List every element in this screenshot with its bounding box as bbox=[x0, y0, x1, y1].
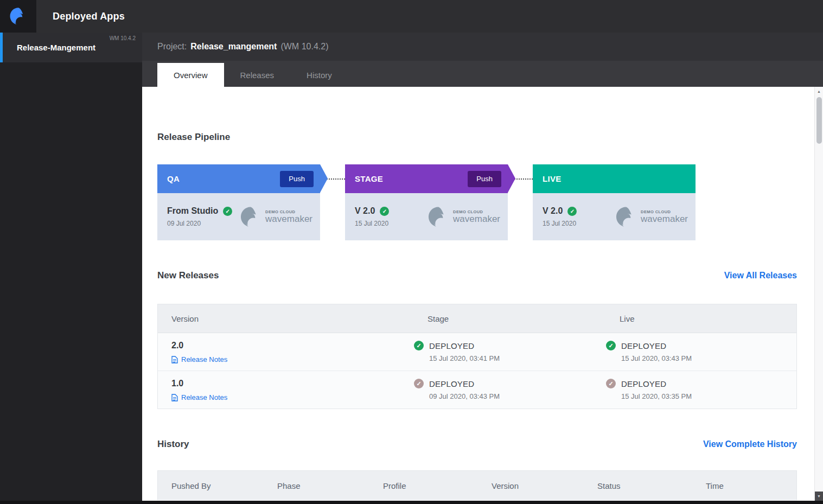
wave-icon bbox=[427, 206, 450, 228]
sidebar-item-release-management[interactable]: WM 10.4.2 Release-Mangement bbox=[0, 33, 142, 62]
app-title: Deployed Apps bbox=[53, 11, 125, 22]
wave-icon bbox=[239, 206, 262, 228]
sidebar-item-version: WM 10.4.2 bbox=[110, 35, 136, 41]
pipeline-stage-live: LIVE V 2.0 ✓ 15 Jul 2020 bbox=[533, 164, 696, 240]
qa-deploy-date: 09 Jul 2020 bbox=[167, 220, 232, 227]
stage-deploy-date: 15 Jul 2020 bbox=[355, 220, 389, 227]
release-notes-label: Release Notes bbox=[181, 355, 227, 363]
deployed-apps-window: Deployed Apps WM 10.4.2 Release-Mangemen… bbox=[0, 0, 823, 504]
scroll-up-button[interactable]: ▲ bbox=[815, 87, 823, 96]
deployed-check-icon: ✓ bbox=[414, 379, 424, 388]
bottom-edge-strip bbox=[0, 501, 823, 504]
live-time: 15 Jul 2020, 03:43 PM bbox=[606, 354, 796, 362]
vertical-scrollbar[interactable]: ▲ ▼ bbox=[814, 87, 823, 501]
stage-stage-body: V 2.0 ✓ 15 Jul 2020 bbox=[345, 193, 508, 240]
tab-bar: Overview Releases History bbox=[142, 61, 823, 87]
top-bar: Deployed Apps bbox=[0, 0, 823, 33]
stage-stage-header: STAGE Push bbox=[345, 164, 508, 193]
pipeline-stage-stage: STAGE Push V 2.0 ✓ 15 Jul 2020 bbox=[345, 164, 508, 240]
deployed-check-icon: ✓ bbox=[606, 379, 616, 388]
project-header: Project: Release_mangement (WM 10.4.2) bbox=[142, 33, 823, 61]
tab-history[interactable]: History bbox=[290, 63, 348, 87]
project-name: Release_mangement bbox=[190, 42, 277, 52]
column-header-status: Status bbox=[584, 481, 692, 490]
column-header-time: Time bbox=[692, 481, 796, 490]
column-header-phase: Phase bbox=[264, 481, 369, 490]
release-notes-icon bbox=[171, 356, 178, 363]
release-notes-link[interactable]: Release Notes bbox=[171, 393, 414, 401]
scrollbar-thumb[interactable] bbox=[816, 97, 822, 144]
wavemaker-cloud-logo: DEMO CLOUD wavemaker bbox=[427, 206, 500, 228]
table-row: 1.0 Release Notes ✓ bbox=[158, 371, 796, 409]
column-header-live: Live bbox=[606, 314, 796, 323]
stage-push-button[interactable]: Push bbox=[468, 171, 501, 187]
stage-time: 09 Jul 2020, 03:43 PM bbox=[414, 392, 606, 400]
table-row: 2.0 Release Notes ✓ bbox=[158, 333, 796, 371]
new-releases-heading: New Releases bbox=[157, 269, 219, 282]
tab-releases[interactable]: Releases bbox=[224, 63, 291, 87]
deployed-check-icon: ✓ bbox=[606, 341, 616, 350]
live-time: 15 Jul 2020, 03:35 PM bbox=[606, 392, 796, 400]
scroll-down-button[interactable]: ▼ bbox=[815, 492, 823, 501]
tab-overview[interactable]: Overview bbox=[157, 63, 224, 87]
qa-stage-header: QA Push bbox=[157, 164, 320, 193]
stage-stage-label: STAGE bbox=[355, 174, 468, 183]
history-table-header: Pushed By Phase Profile Version Status T… bbox=[158, 471, 796, 500]
wavemaker-logo[interactable] bbox=[0, 0, 36, 33]
live-status: DEPLOYED bbox=[621, 341, 666, 350]
qa-version: From Studio bbox=[167, 206, 218, 216]
view-complete-history-link[interactable]: View Complete History bbox=[703, 439, 797, 449]
live-stage-body: V 2.0 ✓ 15 Jul 2020 bbox=[533, 193, 696, 240]
stage-version: V 2.0 bbox=[355, 206, 375, 216]
project-version: (WM 10.4.2) bbox=[280, 42, 328, 52]
view-all-releases-link[interactable]: View All Releases bbox=[724, 271, 797, 280]
new-releases-table-header: Version Stage Live bbox=[158, 304, 796, 333]
logo-wavemaker-text: wavemaker bbox=[641, 214, 688, 224]
deployed-check-icon: ✓ bbox=[414, 341, 424, 350]
deployed-check-icon: ✓ bbox=[223, 207, 232, 216]
wave-icon bbox=[615, 206, 637, 228]
main-content: Project: Release_mangement (WM 10.4.2) O… bbox=[142, 33, 823, 501]
live-stage-header: LIVE bbox=[533, 164, 696, 193]
stage-status: DEPLOYED bbox=[429, 341, 474, 350]
qa-stage-body: From Studio ✓ 09 Jul 2020 bbox=[157, 193, 320, 240]
logo-wavemaker-text: wavemaker bbox=[265, 214, 312, 224]
deployed-check-icon: ✓ bbox=[380, 207, 389, 216]
column-header-profile: Profile bbox=[369, 481, 478, 490]
release-version: 1.0 bbox=[171, 379, 414, 388]
stage-time: 15 Jul 2020, 03:41 PM bbox=[414, 354, 606, 362]
wavemaker-cloud-logo: DEMO CLOUD wavemaker bbox=[239, 206, 312, 228]
live-status: DEPLOYED bbox=[621, 379, 666, 388]
history-heading: History bbox=[157, 438, 189, 451]
release-notes-label: Release Notes bbox=[181, 393, 227, 401]
stage-status: DEPLOYED bbox=[429, 379, 474, 388]
sidebar: WM 10.4.2 Release-Mangement bbox=[0, 33, 142, 501]
logo-wavemaker-text: wavemaker bbox=[453, 214, 500, 224]
live-deploy-date: 15 Jul 2020 bbox=[543, 220, 577, 227]
live-version: V 2.0 bbox=[543, 206, 563, 216]
live-stage-label: LIVE bbox=[543, 174, 689, 183]
release-pipeline-heading: Release Pipeline bbox=[157, 131, 797, 144]
deployed-check-icon: ✓ bbox=[567, 207, 577, 216]
release-version: 2.0 bbox=[171, 341, 414, 350]
wavemaker-cloud-logo: DEMO CLOUD wavemaker bbox=[615, 206, 688, 228]
qa-push-button[interactable]: Push bbox=[280, 171, 314, 187]
release-notes-link[interactable]: Release Notes bbox=[171, 355, 414, 363]
column-header-version: Version bbox=[478, 481, 584, 490]
column-header-pushed-by: Pushed By bbox=[158, 481, 264, 490]
release-notes-icon bbox=[171, 394, 178, 401]
history-table: Pushed By Phase Profile Version Status T… bbox=[157, 470, 797, 500]
column-header-stage: Stage bbox=[414, 314, 606, 323]
new-releases-table: Version Stage Live 2.0 bbox=[157, 304, 797, 409]
wave-icon bbox=[9, 7, 28, 26]
column-header-version: Version bbox=[158, 314, 414, 323]
pipeline-stage-qa: QA Push From Studio ✓ 09 Jul 2020 bbox=[157, 164, 320, 240]
overview-panel: Release Pipeline QA Push From Studio bbox=[142, 87, 823, 501]
release-pipeline: QA Push From Studio ✓ 09 Jul 2020 bbox=[157, 164, 797, 240]
project-label: Project: bbox=[157, 42, 187, 52]
qa-stage-label: QA bbox=[167, 174, 280, 183]
